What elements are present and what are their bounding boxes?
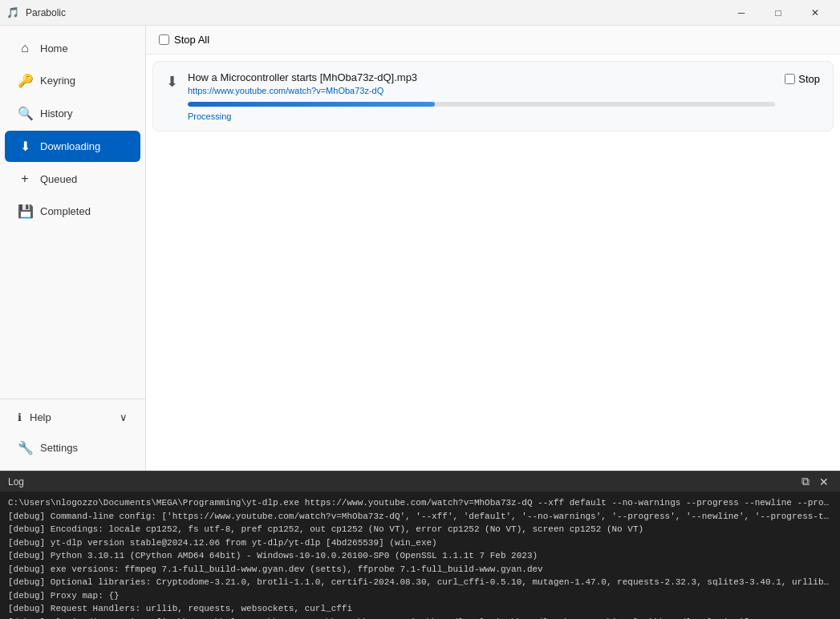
titlebar-left: 🎵 Parabolic: [6, 6, 66, 19]
settings-icon: 🔧: [18, 440, 32, 455]
minimize-button[interactable]: ─: [723, 0, 760, 26]
main-content: ⌂ Home 🔑 Keyring 🔍 History ⬇ Downloading…: [0, 26, 840, 471]
log-line: [debug] Proxy map: {}: [8, 589, 832, 603]
stop-label: Stop: [798, 73, 820, 85]
log-expand-button[interactable]: ⧉: [798, 475, 813, 488]
stop-checkbox[interactable]: Stop: [785, 73, 820, 85]
log-line: [debug] Python 3.10.11 (CPython AMD64 64…: [8, 549, 832, 563]
sidebar-item-downloading[interactable]: ⬇ Downloading: [5, 131, 140, 162]
log-close-button[interactable]: ✕: [816, 475, 832, 488]
close-button[interactable]: ✕: [797, 0, 834, 26]
chevron-down-icon: ∨: [120, 411, 128, 423]
stop-input[interactable]: [785, 74, 795, 84]
maximize-button[interactable]: □: [760, 0, 797, 26]
sidebar-item-home[interactable]: ⌂ Home: [5, 33, 140, 63]
log-line: C:\Users\nlogozzo\Documents\MEGA\Program…: [8, 496, 832, 510]
download-arrow-icon: ⬇: [166, 73, 178, 91]
sidebar-item-label-completed: Completed: [40, 205, 91, 217]
sidebar-item-settings[interactable]: 🔧 Settings: [5, 432, 140, 463]
help-icon: ℹ: [18, 411, 22, 423]
sidebar-item-label-downloading: Downloading: [40, 140, 100, 152]
keyring-icon: 🔑: [18, 73, 32, 88]
downloading-icon: ⬇: [18, 139, 32, 154]
log-line: [debug] Plugin directories: ['C:\\Users\…: [8, 616, 832, 620]
log-line: [debug] exe versions: ffmpeg 7.1-full_bu…: [8, 563, 832, 577]
sidebar-item-queued[interactable]: + Queued: [5, 164, 140, 194]
settings-label: Settings: [40, 442, 78, 454]
progress-bar-container: [188, 102, 775, 107]
download-item: ⬇ How a Microcontroller starts [MhOba73z…: [152, 61, 834, 131]
download-item-left: ⬇: [166, 71, 178, 91]
queued-icon: +: [18, 172, 32, 186]
download-title: How a Microcontroller starts [MhOba73z-d…: [188, 71, 775, 83]
download-list: ⬇ How a Microcontroller starts [MhOba73z…: [146, 55, 840, 471]
log-line: [debug] yt-dlp version stable@2024.12.06…: [8, 536, 832, 550]
log-line: [debug] Encodings: locale cp1252, fs utf…: [8, 523, 832, 536]
titlebar: 🎵 Parabolic ─ □ ✕: [0, 0, 840, 26]
download-item-right: Stop: [785, 71, 820, 85]
completed-icon: 💾: [18, 204, 32, 219]
sidebar-item-label-history: History: [40, 107, 72, 119]
app-title: Parabolic: [26, 7, 66, 18]
toolbar: Stop All: [146, 26, 840, 55]
log-area: Log ⧉ ✕ C:\Users\nlogozzo\Documents\MEGA…: [0, 471, 840, 619]
log-line: [debug] Request Handlers: urllib, reques…: [8, 602, 832, 616]
stop-all-label: Stop All: [174, 34, 209, 46]
app-body: ⌂ Home 🔑 Keyring 🔍 History ⬇ Downloading…: [0, 26, 840, 619]
sidebar-bottom: ℹ Help ∨ 🔧 Settings: [0, 399, 145, 464]
history-icon: 🔍: [18, 106, 32, 121]
download-item-content: How a Microcontroller starts [MhOba73z-d…: [188, 71, 775, 121]
sidebar: ⌂ Home 🔑 Keyring 🔍 History ⬇ Downloading…: [0, 26, 146, 471]
log-content: C:\Users\nlogozzo\Documents\MEGA\Program…: [0, 492, 840, 619]
sidebar-item-label-queued: Queued: [40, 173, 77, 185]
stop-all-input[interactable]: [159, 34, 169, 45]
download-status: Processing: [188, 111, 775, 121]
sidebar-item-label-home: Home: [40, 42, 68, 55]
sidebar-item-history[interactable]: 🔍 History: [5, 98, 140, 129]
help-label: Help: [30, 411, 51, 423]
log-header: Log ⧉ ✕: [0, 471, 840, 492]
content-area: Stop All ⬇ How a Microcontroller starts …: [146, 26, 840, 471]
log-line: [debug] Command-line config: ['https://w…: [8, 510, 832, 524]
titlebar-controls: ─ □ ✕: [723, 0, 834, 26]
log-title: Log: [8, 476, 24, 488]
help-left: ℹ Help: [18, 411, 51, 423]
sidebar-item-completed[interactable]: 💾 Completed: [5, 196, 140, 227]
log-controls: ⧉ ✕: [798, 475, 832, 488]
app-icon: 🎵: [6, 6, 19, 19]
progress-bar-fill: [188, 102, 435, 107]
sidebar-item-keyring[interactable]: 🔑 Keyring: [5, 65, 140, 96]
stop-all-checkbox[interactable]: Stop All: [159, 34, 827, 46]
download-url: https://www.youtube.com/watch?v=MhOba73z…: [188, 86, 775, 95]
sidebar-item-label-keyring: Keyring: [40, 75, 75, 87]
log-line: [debug] Optional libraries: Cryptodome-3…: [8, 576, 832, 589]
sidebar-item-help[interactable]: ℹ Help ∨: [5, 403, 140, 431]
home-icon: ⌂: [18, 41, 32, 55]
